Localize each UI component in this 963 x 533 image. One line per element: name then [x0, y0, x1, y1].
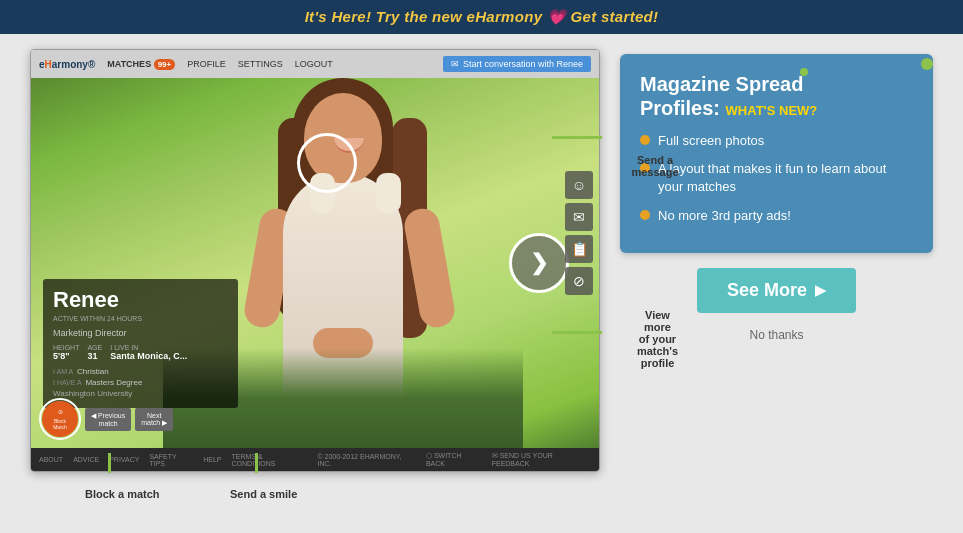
profile-stats: HEIGHT 5'8" AGE 31 I LIVE IN Santa Monic…: [53, 344, 228, 361]
deco-dot-1: [921, 58, 933, 70]
side-actions: ☺ ✉ 📋 ⊘: [565, 171, 593, 295]
heart-icon: 💗: [547, 8, 571, 25]
message-icon: ✉: [451, 59, 459, 69]
age-value: 31: [87, 351, 102, 361]
age-label: AGE: [87, 344, 102, 351]
bullet-1: [640, 135, 650, 145]
banner-text: It's Here! Try the new eHarmony: [305, 8, 543, 25]
feature-item-3: No more 3rd party ads!: [640, 207, 913, 225]
next-match-button[interactable]: Nextmatch ▶: [135, 408, 173, 431]
feature-text-3: No more 3rd party ads!: [658, 207, 791, 225]
top-banner: It's Here! Try the new eHarmony 💗 Get st…: [0, 0, 963, 34]
feature-text-1: Full screen photos: [658, 132, 764, 150]
callout-next-circle[interactable]: ❯: [509, 233, 569, 293]
footer-about[interactable]: ABOUT: [39, 456, 63, 463]
see-more-label: See More: [727, 280, 807, 301]
footer-privacy[interactable]: PRIVACY: [109, 456, 139, 463]
university-value: Washington University: [53, 389, 132, 398]
profile-overlay: Renee ACTIVE WITHIN 24 HOURS Marketing D…: [43, 279, 238, 408]
lives-value: Santa Monica, C...: [110, 351, 187, 361]
get-started-link[interactable]: Get started!: [571, 8, 659, 25]
message-button[interactable]: ✉ Start conversation with Renee: [443, 56, 591, 72]
iam-value: Christian: [77, 367, 109, 376]
smile-connector: [255, 453, 258, 473]
view-more-connector: [552, 331, 602, 334]
footer-safety[interactable]: SAFETY TIPS: [149, 453, 193, 467]
profile-ihave: I HAVE A Masters Degree: [53, 378, 228, 387]
nav-logout[interactable]: LOGOUT: [295, 59, 333, 69]
profile-name: Renee: [53, 287, 228, 313]
nav-tabs: MATCHES 99+ PROFILE SETTINGS LOGOUT: [107, 59, 332, 69]
nav-right: ✉ Start conversation with Renee: [443, 56, 591, 72]
profile-active: ACTIVE WITHIN 24 HOURS: [53, 315, 228, 322]
block-connector: [108, 453, 111, 473]
smiley-button[interactable]: ☺: [565, 171, 593, 199]
browser-frame: eHarmony® MATCHES 99+ PROFILE SETTINGS L…: [30, 49, 600, 472]
feature-item-1: Full screen photos: [640, 132, 913, 150]
callout-block-circle: ⊘ BlockMatch: [39, 398, 81, 440]
deco-dot-2: [800, 68, 808, 76]
block-label-text: Block a match: [85, 488, 160, 500]
footer-feedback[interactable]: ✉ SEND US YOUR FEEDBACK: [492, 452, 591, 467]
browser-mockup: eHarmony® MATCHES 99+ PROFILE SETTINGS L…: [30, 49, 600, 472]
browser-footer: ABOUT ADVICE PRIVACY SAFETY TIPS HELP TE…: [31, 448, 599, 471]
stat-location: I LIVE IN Santa Monica, C...: [110, 344, 187, 361]
send-message-label: Send a message: [610, 154, 700, 178]
browser-container: eHarmony® MATCHES 99+ PROFILE SETTINGS L…: [30, 49, 600, 472]
next-arrow-inner: ❯: [512, 236, 566, 290]
nav-profile[interactable]: PROFILE: [187, 59, 226, 69]
message-btn-text: Start conversation with Renee: [463, 59, 583, 69]
matches-badge: 99+: [154, 59, 176, 70]
person-silhouette: [213, 78, 473, 448]
profile-photo: ❯ Renee ACTIVE WITHIN 24 HOURS Marketing…: [31, 78, 599, 448]
card-title: Magazine SpreadProfiles: WHAT'S NEW?: [640, 72, 913, 120]
right-panel: Magazine SpreadProfiles: WHAT'S NEW? Ful…: [620, 49, 933, 342]
block-icon: ⊘: [58, 408, 63, 415]
stat-height: HEIGHT 5'8": [53, 344, 79, 361]
eharmony-logo: eHarmony®: [39, 59, 95, 70]
footer-copyright: © 2000-2012 EHARMONY, INC.: [317, 453, 416, 467]
height-label: HEIGHT: [53, 344, 79, 351]
ihave-value: Masters Degree: [85, 378, 142, 387]
profile-iam: I AM A Christian: [53, 367, 228, 376]
stat-age: AGE 31: [87, 344, 102, 361]
nav-matches[interactable]: MATCHES 99+: [107, 59, 175, 69]
nav-settings[interactable]: SETTINGS: [238, 59, 283, 69]
block-label: BlockMatch: [53, 418, 67, 430]
callout-message-circle: [297, 133, 357, 193]
profile-university: Washington University: [53, 389, 228, 398]
bullet-3: [640, 210, 650, 220]
next-arrow-icon: ❯: [530, 250, 548, 276]
view-more-label: View more of your match's profile: [610, 309, 705, 369]
feature-list: Full screen photos A layout that makes i…: [640, 132, 913, 225]
smile-label-text: Send a smile: [230, 488, 297, 500]
see-more-button[interactable]: See More: [697, 268, 856, 313]
block-match-button[interactable]: ⊘ BlockMatch: [42, 401, 78, 437]
email-button[interactable]: ✉: [565, 203, 593, 231]
main-content: eHarmony® MATCHES 99+ PROFILE SETTINGS L…: [0, 34, 963, 525]
lives-label: I LIVE IN: [110, 344, 138, 351]
action-row: ⊘ BlockMatch ◀ Previousmatch Nextmatch ▶: [39, 398, 173, 440]
whats-new-badge: WHAT'S NEW?: [726, 103, 818, 118]
footer-terms[interactable]: TERMS & CONDITIONS: [232, 453, 308, 467]
block-side-button[interactable]: ⊘: [565, 267, 593, 295]
send-msg-connector: [552, 136, 602, 139]
footer-switch-back[interactable]: ⬡ SWITCH BACK: [426, 452, 482, 467]
document-button[interactable]: 📋: [565, 235, 593, 263]
browser-nav: eHarmony® MATCHES 99+ PROFILE SETTINGS L…: [31, 50, 599, 78]
footer-help[interactable]: HELP: [203, 456, 221, 463]
footer-advice[interactable]: ADVICE: [73, 456, 99, 463]
height-value: 5'8": [53, 351, 79, 361]
previous-match-button[interactable]: ◀ Previousmatch: [85, 408, 131, 431]
profile-job: Marketing Director: [53, 328, 228, 338]
